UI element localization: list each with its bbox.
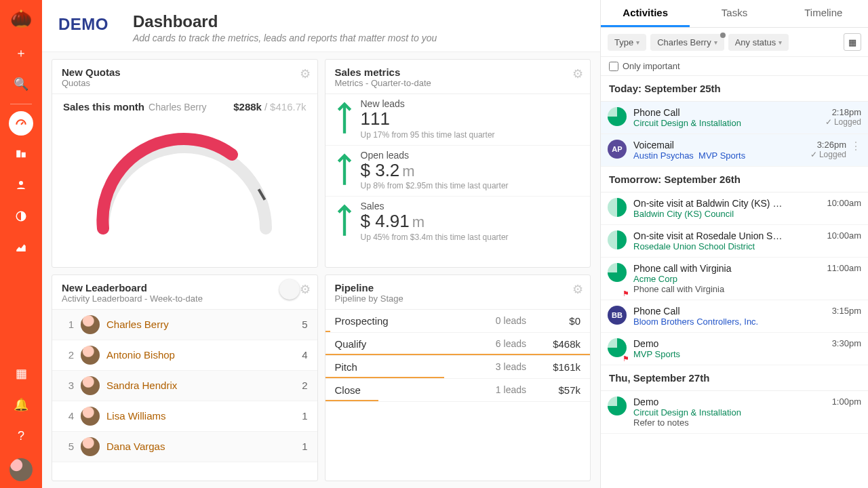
score: 2 [302, 380, 307, 391]
activity-item[interactable]: DemoCircuit Design & InstallationRefer t… [601, 391, 868, 434]
filter-status[interactable]: Any status▾ [728, 34, 789, 51]
rank: 3 [62, 380, 74, 391]
quota-owner: Charles Berry [149, 102, 207, 113]
activity-item[interactable]: On-site visit at Baldwin City (KS) …Bald… [601, 192, 868, 225]
metric-note: Up 17% from 95 this time last quarter [361, 130, 495, 140]
leaderboard-title: New Leaderboard [62, 282, 308, 293]
card-leaderboard: ⚙ New Leaderboard Activity Leaderboard -… [52, 274, 318, 482]
activity-item[interactable]: On-site visit at Rosedale Union S…Roseda… [601, 225, 868, 258]
activity-item[interactable]: DemoMVP Sports 3:30pm ⚑ [601, 333, 868, 365]
activity-time: 1:00pm [832, 396, 861, 407]
stage-name: Close [335, 384, 473, 396]
metric-row: Sales $ 4.91m Up 45% from $3.4m this tim… [326, 197, 591, 247]
brand-label: DEMO [58, 15, 108, 34]
activity-related: Baldwin City (KS) Council [633, 209, 814, 219]
rank: 2 [62, 349, 74, 361]
drag-handle[interactable] [279, 279, 300, 300]
metrics-title: Sales metrics [335, 66, 581, 78]
search-icon[interactable]: 🔍 [8, 71, 34, 97]
stage-leads: 6 leads [472, 338, 526, 349]
pipeline-row[interactable]: Close1 leads$57k [326, 379, 591, 402]
activity-item[interactable]: Phone call with VirginiaAcme CorpPhone c… [601, 258, 868, 300]
pipeline-title: Pipeline [335, 282, 581, 293]
activity-type-icon [608, 107, 627, 126]
tab-timeline[interactable]: Timeline [779, 0, 868, 27]
card-quotas: ⚙ New Quotas Quotas Sales this month Cha… [52, 59, 318, 268]
metric-note: Up 45% from $3.4m this time last quarter [361, 232, 509, 242]
contrast-icon[interactable] [8, 203, 34, 229]
filter-type[interactable]: Type▾ [608, 34, 646, 51]
user-avatar[interactable] [9, 458, 33, 481]
trend-up-icon [335, 98, 354, 136]
apps-icon[interactable]: ▦ [8, 361, 34, 386]
card-settings-icon[interactable]: ⚙ [572, 282, 583, 297]
filter-person[interactable]: Charles Berry▾ [650, 34, 724, 51]
nav-divider [10, 104, 32, 104]
activity-type-icon [608, 230, 627, 249]
avatar [81, 407, 100, 426]
avatar [81, 346, 100, 365]
companies-icon[interactable] [8, 141, 34, 167]
score: 1 [302, 410, 307, 422]
quota-gauge [63, 117, 307, 239]
leaderboard-row[interactable]: 2Antonio Bishop4 [52, 340, 317, 371]
card-sales-metrics: ⚙ Sales metrics Metrics - Quarter-to-dat… [325, 59, 591, 268]
person-name: Antonio Bishop [106, 349, 302, 361]
leaderboard-row[interactable]: 1Charles Berry5 [52, 310, 317, 340]
calendar-icon[interactable]: ▦ [844, 33, 861, 51]
avatar [81, 437, 100, 456]
svg-point-2 [19, 181, 23, 185]
person-name: Lisa Williams [106, 410, 302, 422]
pipeline-row[interactable]: Pitch3 leads$161k [326, 356, 591, 379]
activity-item[interactable]: Phone CallCircuit Design & Installation … [601, 102, 868, 134]
stage-name: Pitch [335, 361, 473, 373]
metric-row: New leads 111 Up 17% from 95 this time l… [326, 94, 591, 146]
nav-sidebar: 🌰 ＋ 🔍 ▦ 🔔 ? [0, 0, 42, 488]
metric-value: $ 3.2m [361, 161, 509, 180]
activity-type-icon [608, 396, 627, 415]
activity-time: 3:26pm [817, 140, 846, 150]
add-icon[interactable]: ＋ [8, 40, 34, 66]
leaderboard-row[interactable]: 5Dana Vargas1 [52, 432, 317, 462]
rank: 5 [62, 441, 74, 452]
activity-title: On-site visit at Baldwin City (KS) … [633, 198, 814, 209]
dashboard-icon[interactable] [9, 111, 33, 136]
stage-name: Qualify [335, 338, 473, 350]
activity-title: Phone call with Virginia [633, 263, 814, 274]
stage-value: $161k [526, 361, 580, 373]
tab-tasks[interactable]: Tasks [690, 0, 778, 27]
activity-status: ✓ Logged [825, 117, 861, 127]
quotas-subtitle: Quotas [62, 78, 308, 88]
notifications-icon[interactable]: 🔔 [8, 392, 34, 418]
avatar-initials: BB [608, 306, 627, 325]
people-icon[interactable] [8, 172, 34, 198]
activity-item[interactable]: AP VoicemailAustin Psychas MVP Sports 3:… [601, 134, 868, 167]
tab-activities[interactable]: Activities [601, 0, 690, 27]
activity-related: Circuit Design & Installation [633, 407, 814, 418]
stage-name: Prospecting [335, 315, 473, 327]
stage-value: $468k [526, 338, 580, 350]
more-icon[interactable]: ⋮ [850, 140, 861, 161]
card-settings-icon[interactable]: ⚙ [300, 282, 311, 297]
metric-value: $ 4.91m [361, 211, 509, 231]
card-settings-icon[interactable]: ⚙ [572, 66, 583, 81]
only-important-checkbox[interactable] [609, 62, 618, 71]
avatar-initials: AP [608, 140, 627, 159]
card-settings-icon[interactable]: ⚙ [300, 66, 311, 81]
help-icon[interactable]: ? [8, 423, 34, 449]
reports-icon[interactable] [8, 235, 34, 260]
leaderboard-row[interactable]: 3Sandra Hendrix2 [52, 371, 317, 401]
activity-extra: Phone call with Virginia [633, 284, 814, 294]
activity-title: Voicemail [633, 140, 799, 150]
score: 1 [302, 441, 307, 452]
activity-title: On-site visit at Rosedale Union S… [633, 230, 814, 241]
page-title: Dashboard [133, 12, 437, 31]
stage-leads: 0 leads [472, 315, 526, 326]
svg-rect-1 [22, 152, 26, 158]
pipeline-row[interactable]: Prospecting0 leads$0 [326, 310, 591, 333]
activity-item[interactable]: BB Phone CallBloom Brothers Controllers,… [601, 300, 868, 333]
date-heading: Thu, September 27th [601, 365, 868, 391]
leaderboard-row[interactable]: 4Lisa Williams1 [52, 401, 317, 432]
pipeline-row[interactable]: Qualify6 leads$468k [326, 333, 591, 356]
avatar [81, 376, 100, 395]
